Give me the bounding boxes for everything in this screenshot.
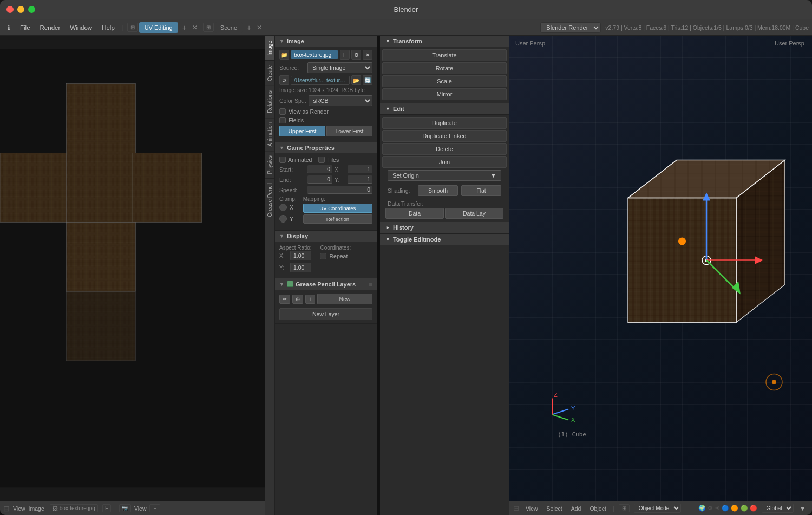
tiles-checkbox[interactable] xyxy=(318,157,325,163)
start-input[interactable] xyxy=(307,165,332,173)
uv-view-button[interactable]: View xyxy=(13,505,25,512)
scale-btn[interactable]: Scale xyxy=(382,75,507,87)
source-select[interactable]: Single Image xyxy=(307,62,372,73)
uv-coordinates-btn[interactable]: UV Coordinates xyxy=(303,204,372,213)
viewport-select-btn[interactable]: Select xyxy=(545,505,565,512)
vtab-animation[interactable]: Animation xyxy=(265,118,274,151)
edit-header[interactable]: ▼ Edit xyxy=(380,103,509,115)
viewport-view-btn[interactable]: View xyxy=(523,505,540,512)
join-btn[interactable]: Join xyxy=(382,156,507,168)
data-btn[interactable]: Data xyxy=(385,208,444,219)
display-header[interactable]: ▼ Display xyxy=(275,231,377,242)
colorspace-select[interactable]: sRGB xyxy=(309,95,372,106)
gp-erase-btn[interactable]: ⊕ xyxy=(292,295,303,304)
refresh-icon[interactable]: 🔄 xyxy=(363,75,372,85)
smooth-btn[interactable]: Smooth xyxy=(418,185,458,196)
global-select[interactable]: Global xyxy=(762,504,794,513)
image-folder-icon[interactable]: 📁 xyxy=(279,50,289,60)
image-flag-btn[interactable]: F xyxy=(340,50,350,60)
filepath-display[interactable]: /Users/fdur...-texture.jpg xyxy=(291,76,350,85)
fields-checkbox[interactable] xyxy=(279,117,286,123)
field-order-group: Upper First Lower First xyxy=(279,126,372,136)
image-filename[interactable]: box-texture.jpg xyxy=(291,50,338,59)
uv-canvas[interactable] xyxy=(0,36,265,501)
info-icon[interactable]: ℹ xyxy=(3,22,15,33)
menu-file[interactable]: File xyxy=(16,23,35,32)
gp-draw-btn[interactable]: ✏ xyxy=(279,295,290,304)
gp-new-btn[interactable]: New xyxy=(317,294,372,304)
add-scene-button[interactable]: + xyxy=(245,23,253,32)
new-layer-btn[interactable]: New Layer xyxy=(279,308,372,320)
vtab-physics[interactable]: Physics xyxy=(265,151,274,178)
tiles-label: Tiles xyxy=(327,157,339,163)
image-settings-btn[interactable]: ⚙ xyxy=(351,50,361,60)
x-input[interactable] xyxy=(348,165,372,173)
aspect-y-label: Y: xyxy=(279,264,288,271)
y-input[interactable] xyxy=(348,175,372,184)
aspect-label: Aspect Ratio: xyxy=(279,245,311,251)
gp-toggle-checkbox[interactable] xyxy=(287,281,293,287)
vtab-grease-pencil[interactable]: Grease Pencil xyxy=(265,178,274,221)
delete-btn[interactable]: Delete xyxy=(382,143,507,155)
maximize-button[interactable] xyxy=(28,6,35,13)
translate-btn[interactable]: Translate xyxy=(382,49,507,61)
close-scene-button[interactable]: ✕ xyxy=(254,24,264,31)
transform-header[interactable]: ▼ Transform xyxy=(380,36,509,47)
repeat-checkbox[interactable] xyxy=(320,253,326,259)
history-header[interactable]: ► History xyxy=(380,222,509,233)
tab-uv-editing[interactable]: UV Editing xyxy=(139,22,178,33)
add-workspace-button[interactable]: + xyxy=(180,23,189,32)
global-dropdown[interactable]: ▼ xyxy=(798,505,808,512)
toggle-editmode-header[interactable]: ▼ Toggle Editmode xyxy=(380,233,509,245)
uv-image-button[interactable]: Image xyxy=(29,505,44,512)
render-engine-select[interactable]: Blender Render xyxy=(540,22,601,33)
aspect-coords-row: Aspect Ratio: X: Y: xyxy=(279,245,372,275)
view-as-render-checkbox[interactable] xyxy=(279,108,286,115)
flat-btn[interactable]: Flat xyxy=(461,185,501,196)
uv-view2-button[interactable]: View xyxy=(134,505,147,512)
object-mode-select[interactable]: Object Mode xyxy=(634,504,681,513)
clamp-x-checkbox[interactable] xyxy=(279,204,287,211)
viewport-object-btn[interactable]: Object xyxy=(587,505,608,512)
lower-first-btn[interactable]: Lower First xyxy=(326,126,372,136)
set-origin-btn[interactable]: Set Origin ▼ xyxy=(388,170,501,181)
data-lay-btn[interactable]: Data Lay xyxy=(445,208,503,219)
close-workspace-button[interactable]: ✕ xyxy=(190,24,200,31)
aspect-y-input[interactable] xyxy=(290,263,311,272)
reflection-btn[interactable]: Reflection xyxy=(303,214,372,224)
rotate-btn[interactable]: Rotate xyxy=(382,62,507,74)
viewport-add-btn[interactable]: Add xyxy=(569,505,584,512)
clamp-y-checkbox[interactable] xyxy=(279,215,287,223)
image-close-btn[interactable]: ✕ xyxy=(363,50,372,60)
close-button[interactable] xyxy=(6,6,14,13)
menu-window[interactable]: Window xyxy=(66,23,96,32)
mirror-btn[interactable]: Mirror xyxy=(382,88,507,100)
menu-render[interactable]: Render xyxy=(36,23,65,32)
end-input[interactable] xyxy=(307,175,332,184)
grease-pencil-header[interactable]: ▼ Grease Pencil Layers ≡ xyxy=(275,278,377,290)
data-transfer-row: Data Transfer: xyxy=(382,199,507,208)
tab-scene[interactable]: Scene xyxy=(215,22,243,33)
minimize-button[interactable] xyxy=(17,6,24,13)
speed-input[interactable] xyxy=(307,186,372,194)
vtab-image[interactable]: Image xyxy=(265,36,274,60)
image-section-header[interactable]: ▼ Image xyxy=(275,36,377,47)
menu-help[interactable]: Help xyxy=(97,23,119,32)
gp-plus-btn[interactable]: + xyxy=(305,295,315,304)
game-properties-header[interactable]: ▼ Game Properties xyxy=(275,142,377,153)
vtab-relations[interactable]: Relations xyxy=(265,86,274,118)
end-label: End: xyxy=(279,177,305,183)
duplicate-linked-btn[interactable]: Duplicate Linked xyxy=(382,130,507,142)
aspect-x-input[interactable] xyxy=(290,251,311,260)
animated-checkbox[interactable] xyxy=(279,157,286,163)
reload-icon[interactable]: ↺ xyxy=(279,75,289,85)
duplicate-btn[interactable]: Duplicate xyxy=(382,117,507,129)
view-as-render-label: View as Render xyxy=(289,108,329,115)
colorspace-row: Color Sp... sRGB xyxy=(279,95,372,106)
gp-menu-icon[interactable]: ≡ xyxy=(369,281,372,288)
vtab-create[interactable]: Create xyxy=(265,60,274,86)
viewport-svg: Y X Z (1) Cube xyxy=(509,36,812,501)
browse-icon[interactable]: 📂 xyxy=(351,75,361,85)
upper-first-btn[interactable]: Upper First xyxy=(279,126,325,136)
viewport-canvas[interactable]: User Persp User Persp xyxy=(509,36,812,501)
